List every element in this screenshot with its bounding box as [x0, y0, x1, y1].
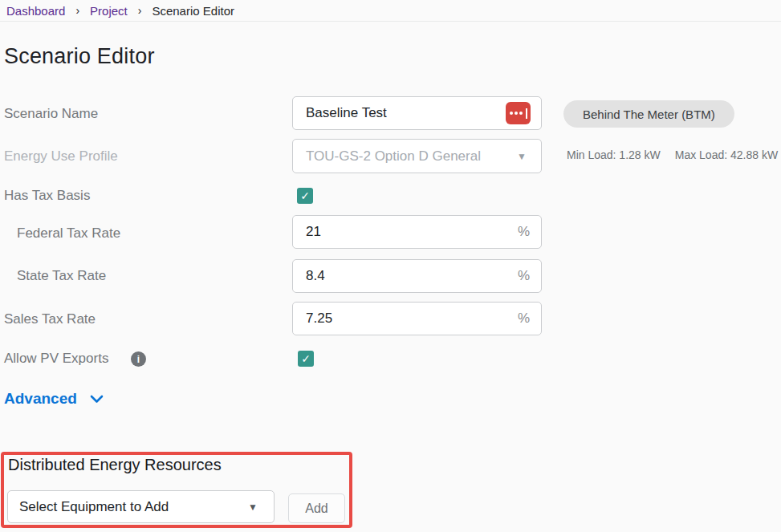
federal-tax-rate-input[interactable] [293, 216, 541, 248]
load-summary: Min Load: 1.28 kW Max Load: 42.88 kW [567, 148, 778, 161]
advanced-toggle[interactable]: Advanced [4, 390, 104, 408]
equipment-select-value: Select Equipment to Add [8, 499, 169, 515]
dropdown-arrow-icon: ▼ [248, 502, 258, 513]
autofill-extension-icon[interactable] [506, 102, 531, 124]
breadcrumb: Dashboard › Project › Scenario Editor [0, 0, 781, 22]
cursor-bar [526, 108, 527, 119]
has-tax-basis-label: Has Tax Basis [4, 188, 90, 204]
breadcrumb-link-project[interactable]: Project [90, 4, 128, 18]
equipment-select[interactable]: Select Equipment to Add ▼ [7, 490, 275, 523]
min-load-value: Min Load: 1.28 kW [567, 148, 661, 161]
max-load-value: Max Load: 42.88 kW [675, 148, 778, 161]
der-section-title: Distributed Energy Resources [8, 456, 222, 474]
info-icon[interactable]: i [131, 351, 146, 367]
energy-use-profile-label: Energy Use Profile [4, 148, 118, 164]
checkmark-icon: ✓ [301, 353, 311, 364]
breadcrumb-link-dashboard[interactable]: Dashboard [6, 4, 65, 18]
dropdown-arrow-icon: ▼ [517, 151, 527, 162]
dot [515, 112, 518, 115]
sales-tax-rate-label: Sales Tax Rate [4, 311, 96, 327]
has-tax-basis-checkbox[interactable]: ✓ [297, 188, 313, 204]
state-tax-rate-field: % [292, 259, 542, 293]
dot [519, 112, 523, 115]
scenario-name-label: Scenario Name [4, 106, 98, 122]
breadcrumb-current-page: Scenario Editor [152, 4, 234, 18]
sales-tax-rate-input[interactable] [293, 303, 541, 335]
state-tax-rate-label: State Tax Rate [17, 268, 106, 284]
energy-use-profile-value: TOU-GS-2 Option D General [293, 148, 481, 164]
sales-tax-rate-field: % [292, 302, 542, 335]
scenario-name-field [292, 96, 542, 130]
page-title: Scenario Editor [4, 44, 155, 69]
advanced-label: Advanced [4, 390, 77, 408]
energy-use-profile-select[interactable]: TOU-GS-2 Option D General ▼ [292, 139, 542, 173]
btm-badge: Behind The Meter (BTM) [563, 100, 734, 128]
federal-tax-rate-field: % [292, 215, 542, 249]
chevron-right-icon: › [138, 4, 142, 17]
state-tax-rate-input[interactable] [293, 260, 541, 292]
chevron-down-icon [90, 395, 104, 404]
checkmark-icon: ✓ [300, 190, 310, 201]
info-glyph: i [137, 354, 140, 365]
federal-tax-rate-label: Federal Tax Rate [17, 225, 120, 242]
scenario-name-input[interactable] [293, 97, 541, 129]
allow-pv-exports-checkbox[interactable]: ✓ [298, 351, 314, 367]
dot [510, 112, 513, 115]
add-equipment-button[interactable]: Add [288, 493, 345, 523]
allow-pv-exports-label: Allow PV Exports [4, 351, 108, 367]
chevron-right-icon: › [75, 4, 79, 17]
